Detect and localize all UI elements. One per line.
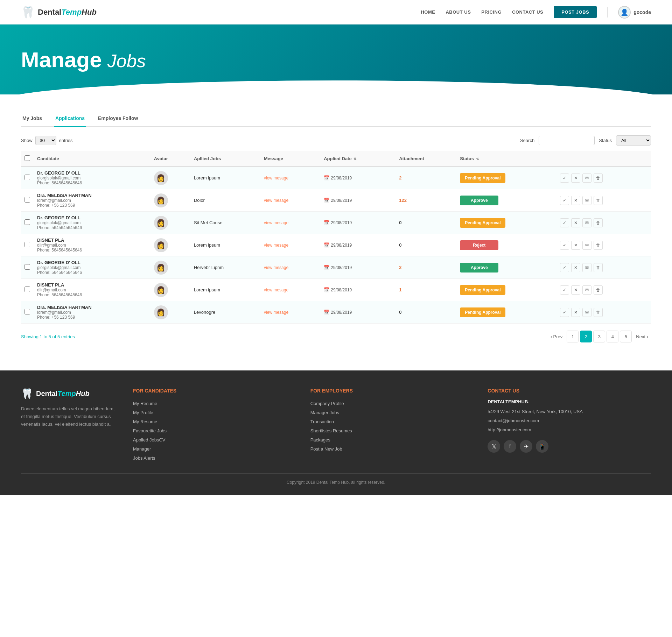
show-entries-select[interactable]: 30 10 50 100 — [35, 136, 56, 145]
close-action-6[interactable]: ✕ — [571, 308, 580, 317]
view-message-link-2[interactable]: view mesage — [264, 220, 288, 225]
footer-website: http://jobmonster.com — [488, 425, 651, 434]
close-action-0[interactable]: ✕ — [571, 174, 580, 183]
row-checkbox-4[interactable] — [24, 264, 30, 270]
delete-action-1[interactable]: 🗑 — [594, 196, 603, 205]
check-action-5[interactable]: ✓ — [560, 285, 569, 295]
footer-link-post-new-job[interactable]: Post a New Job — [310, 445, 474, 454]
user-area[interactable]: 👤 gocode — [618, 6, 651, 19]
attachment-link-4[interactable]: 2 — [399, 265, 401, 270]
telegram-icon[interactable]: ✈ — [520, 440, 532, 453]
mail-action-2[interactable]: ✉ — [582, 218, 592, 227]
close-action-5[interactable]: ✕ — [571, 285, 580, 295]
footer-link-my-resume-2[interactable]: My Resume — [133, 417, 296, 426]
delete-action-6[interactable]: 🗑 — [594, 308, 603, 317]
prev-button[interactable]: ‹ Prev — [548, 333, 566, 341]
page-4[interactable]: 4 — [607, 331, 618, 342]
mail-action-5[interactable]: ✉ — [582, 285, 592, 295]
delete-action-0[interactable]: 🗑 — [594, 174, 603, 183]
close-action-1[interactable]: ✕ — [571, 196, 580, 205]
check-action-3[interactable]: ✓ — [560, 241, 569, 250]
view-message-link-6[interactable]: view mesage — [264, 310, 288, 315]
mail-action-3[interactable]: ✉ — [582, 241, 592, 250]
row-checkbox-5[interactable] — [24, 286, 30, 292]
view-message-link-0[interactable]: view mesage — [264, 176, 288, 181]
page-1[interactable]: 1 — [567, 331, 579, 342]
view-message-link-5[interactable]: view mesage — [264, 288, 288, 292]
check-action-4[interactable]: ✓ — [560, 263, 569, 272]
close-action-2[interactable]: ✕ — [571, 218, 580, 227]
mail-action-4[interactable]: ✉ — [582, 263, 592, 272]
status-button-6[interactable]: Pending Approval — [460, 307, 505, 317]
delete-action-3[interactable]: 🗑 — [594, 241, 603, 250]
row-checkbox-1[interactable] — [24, 197, 30, 203]
footer-link-favourite-jobs[interactable]: Favouretite Jobs — [133, 426, 296, 436]
close-action-3[interactable]: ✕ — [571, 241, 580, 250]
tab-applications[interactable]: Applications — [54, 112, 86, 127]
row-checkbox-0[interactable] — [24, 175, 30, 180]
row-checkbox-3[interactable] — [24, 242, 30, 247]
whatsapp-icon[interactable]: 📱 — [536, 440, 548, 453]
next-button[interactable]: Next › — [633, 333, 651, 341]
nav-home[interactable]: HOME — [421, 9, 435, 15]
close-action-4[interactable]: ✕ — [571, 263, 580, 272]
row-checkbox-6[interactable] — [24, 309, 30, 314]
status-button-3[interactable]: Reject — [460, 240, 498, 250]
social-icons: 𝕏 f ✈ 📱 — [488, 440, 651, 453]
mail-action-1[interactable]: ✉ — [582, 196, 592, 205]
check-action-1[interactable]: ✓ — [560, 196, 569, 205]
status-button-2[interactable]: Pending Approval — [460, 218, 505, 228]
delete-action-5[interactable]: 🗑 — [594, 285, 603, 295]
select-all-checkbox[interactable] — [24, 155, 30, 161]
date-display-5: 📅 29/08/2019 — [324, 287, 392, 292]
nav-contact[interactable]: CONTACT US — [512, 9, 543, 15]
tab-employee-follow[interactable]: Employee Follow — [97, 112, 139, 127]
attachment-link-2[interactable]: 0 — [399, 220, 401, 225]
attachment-link-6[interactable]: 0 — [399, 310, 401, 315]
footer-link-jobs-alerts[interactable]: Jobs Alerts — [133, 454, 296, 463]
nav-about[interactable]: ABOUT US — [446, 9, 471, 15]
status-button-5[interactable]: Pending Approval — [460, 285, 505, 295]
view-message-link-3[interactable]: view mesage — [264, 243, 288, 248]
page-2[interactable]: 2 — [580, 331, 592, 342]
page-5[interactable]: 5 — [620, 331, 632, 342]
footer-link-shortlisted-resumes[interactable]: Shortlistes Resumes — [310, 426, 474, 436]
status-button-1[interactable]: Approve — [460, 196, 498, 205]
footer-link-company-profile[interactable]: Company Profile — [310, 399, 474, 408]
footer-link-packages[interactable]: Packages — [310, 436, 474, 445]
delete-action-4[interactable]: 🗑 — [594, 263, 603, 272]
facebook-icon[interactable]: f — [504, 440, 516, 453]
footer-link-manager[interactable]: Manager — [133, 445, 296, 454]
footer-link-transaction[interactable]: Transaction — [310, 417, 474, 426]
nav-pricing[interactable]: PRICING — [481, 9, 502, 15]
attachment-link-0[interactable]: 2 — [399, 175, 401, 181]
attachment-link-5[interactable]: 1 — [399, 287, 401, 292]
mail-action-6[interactable]: ✉ — [582, 308, 592, 317]
logo[interactable]: 🦷 DentalTempHub — [21, 6, 97, 19]
row-checkbox-cell — [21, 189, 34, 212]
status-filter-select[interactable]: All Pending Approval Approve Reject — [616, 135, 651, 146]
check-action-2[interactable]: ✓ — [560, 218, 569, 227]
check-action-6[interactable]: ✓ — [560, 308, 569, 317]
search-input[interactable] — [539, 136, 595, 145]
status-button-4[interactable]: Approve — [460, 263, 498, 273]
status-button-0[interactable]: Pending Approval — [460, 173, 505, 183]
footer-link-applied-jobs-cv[interactable]: Applied JobsCV — [133, 436, 296, 445]
row-checkbox-2[interactable] — [24, 219, 30, 225]
footer-link-my-profile[interactable]: My Profile — [133, 408, 296, 417]
tab-my-jobs[interactable]: My Jobs — [21, 112, 43, 127]
view-message-link-4[interactable]: view mesage — [264, 265, 288, 270]
view-message-link-1[interactable]: view mesage — [264, 198, 288, 203]
mail-action-0[interactable]: ✉ — [582, 174, 592, 183]
attachment-link-1[interactable]: 122 — [399, 198, 407, 203]
status-cell-5: Pending Approval — [456, 279, 556, 301]
delete-action-2[interactable]: 🗑 — [594, 218, 603, 227]
footer-link-my-resume-1[interactable]: My Resume — [133, 399, 296, 408]
page-3[interactable]: 3 — [593, 331, 605, 342]
check-action-0[interactable]: ✓ — [560, 174, 569, 183]
footer-link-manager-jobs[interactable]: Manager Jobs — [310, 408, 474, 417]
post-jobs-button[interactable]: POST JOBS — [554, 6, 597, 18]
twitter-icon[interactable]: 𝕏 — [488, 440, 500, 453]
attachment-link-3[interactable]: 0 — [399, 242, 401, 248]
th-applied-jobs: Apllied Jobs — [190, 151, 260, 167]
